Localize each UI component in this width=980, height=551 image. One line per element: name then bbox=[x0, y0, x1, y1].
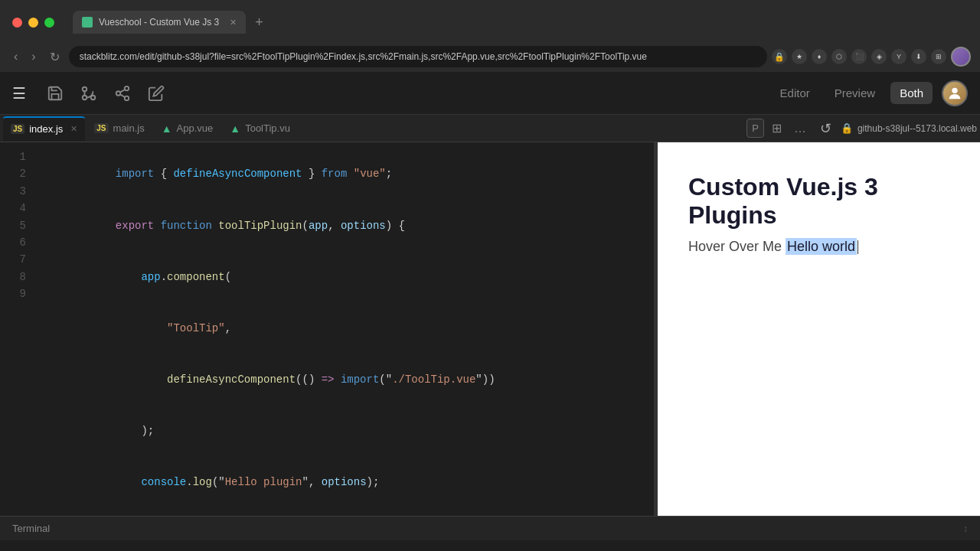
lock-icon: 🔒 bbox=[841, 122, 853, 134]
new-tab-button[interactable]: + bbox=[249, 11, 270, 34]
address-bar[interactable] bbox=[69, 46, 767, 67]
preview-pane: Custom Vue.js 3 Plugins Hover Over Me He… bbox=[658, 142, 980, 516]
share-button[interactable] bbox=[110, 81, 135, 106]
traffic-light-green[interactable] bbox=[44, 18, 54, 28]
js-icon: JS bbox=[11, 124, 24, 134]
preview-text-highlight: Hello world bbox=[786, 238, 857, 255]
user-avatar[interactable] bbox=[942, 80, 968, 106]
code-line-1: import { defineAsyncComponent } from "vu… bbox=[38, 148, 654, 200]
both-view-button[interactable]: Both bbox=[890, 82, 933, 104]
preview-reload-button[interactable]: ↺ bbox=[815, 117, 836, 140]
browser-tab-title: Vueschool - Custom Vue Js 3 bbox=[99, 17, 219, 28]
terminal-bar: Terminal ↕ bbox=[0, 516, 980, 540]
pills-button[interactable]: P bbox=[746, 119, 764, 138]
tab-close-index-js[interactable]: ✕ bbox=[70, 124, 77, 134]
preview-view-button[interactable]: Preview bbox=[825, 82, 884, 104]
preview-title: Custom Vue.js 3 Plugins bbox=[688, 173, 949, 230]
tab-main-js[interactable]: JS main.js bbox=[87, 116, 152, 141]
nav-back-button[interactable]: ‹ bbox=[9, 47, 22, 67]
svg-point-2 bbox=[83, 95, 87, 99]
preview-text-before: Hover Over Me bbox=[688, 239, 786, 254]
line-numbers: 1 2 3 4 5 6 7 8 9 bbox=[0, 142, 38, 516]
edit-button[interactable] bbox=[144, 81, 168, 106]
save-button[interactable] bbox=[43, 81, 67, 106]
tab-extras: P ⊞ … bbox=[746, 118, 811, 139]
app-shell: ☰ Editor Preview Both JS index.js ✕ bbox=[0, 72, 980, 540]
terminal-label[interactable]: Terminal bbox=[12, 523, 50, 534]
more-tabs-button[interactable]: … bbox=[789, 119, 811, 139]
tab-label-tooltip-vue: ToolTip.vu bbox=[245, 122, 290, 134]
traffic-light-yellow[interactable] bbox=[28, 18, 38, 28]
extension-icon-5: ⬛ bbox=[851, 49, 867, 64]
browser-nav: ‹ › ↻ 🔒 ★ ♦ ⬡ ⬛ ◈ Y ⬇ ⊞ bbox=[0, 41, 980, 72]
code-line-2: export function toolTipPlugin(app, optio… bbox=[38, 200, 654, 251]
view-toggle: Editor Preview Both bbox=[771, 82, 933, 104]
code-line-5: defineAsyncComponent(() => import("./Too… bbox=[38, 354, 654, 406]
preview-content: Custom Vue.js 3 Plugins Hover Over Me He… bbox=[658, 142, 980, 285]
vue-icon-2: ▲ bbox=[230, 122, 240, 135]
extension-icon-2: ★ bbox=[792, 49, 807, 64]
svg-line-7 bbox=[120, 89, 125, 92]
code-line-8: } bbox=[38, 508, 654, 516]
hamburger-menu-button[interactable]: ☰ bbox=[12, 84, 26, 103]
code-line-6: ); bbox=[38, 406, 654, 457]
svg-point-5 bbox=[125, 96, 129, 100]
browser-tab-active[interactable]: Vueschool - Custom Vue Js 3 ✕ bbox=[73, 11, 246, 34]
editor-pane: 1 2 3 4 5 6 7 8 9 import { defineAsyncCo… bbox=[0, 142, 655, 516]
nav-reload-button[interactable]: ↻ bbox=[45, 47, 64, 67]
preview-url-bar: github-s38jul--5173.local.web bbox=[858, 123, 977, 134]
browser-chrome: Vueschool - Custom Vue Js 3 ✕ + ‹ › ↻ 🔒 … bbox=[0, 0, 980, 72]
code-line-7: console.log("Hello plugin", options); bbox=[38, 457, 654, 508]
code-lines: import { defineAsyncComponent } from "vu… bbox=[38, 142, 654, 516]
tab-label-index-js: index.js bbox=[29, 123, 63, 135]
svg-point-8 bbox=[952, 87, 957, 93]
extension-icon-7: Y bbox=[891, 49, 906, 64]
svg-point-4 bbox=[116, 91, 121, 96]
svg-point-3 bbox=[125, 86, 129, 90]
preview-text: Hover Over Me Hello world bbox=[688, 239, 949, 255]
tab-app-vue[interactable]: ▲ App.vue bbox=[154, 116, 221, 141]
extension-icon-1: 🔒 bbox=[772, 49, 787, 64]
code-editor[interactable]: 1 2 3 4 5 6 7 8 9 import { defineAsyncCo… bbox=[0, 142, 654, 516]
svg-line-6 bbox=[120, 94, 125, 97]
tab-tooltip-vue[interactable]: ▲ ToolTip.vu bbox=[222, 116, 298, 141]
extension-icon-4: ⬡ bbox=[831, 49, 847, 64]
split-editor-button[interactable]: ⊞ bbox=[767, 118, 786, 139]
js-icon-2: JS bbox=[94, 123, 108, 133]
svg-point-1 bbox=[83, 86, 87, 91]
main-content: 1 2 3 4 5 6 7 8 9 import { defineAsyncCo… bbox=[0, 142, 980, 516]
traffic-light-red[interactable] bbox=[12, 18, 22, 28]
sidebar-toggle-icon: ⊞ bbox=[931, 49, 946, 64]
tab-label-app-vue: App.vue bbox=[177, 122, 214, 134]
tab-label-main-js: main.js bbox=[113, 122, 145, 134]
fork-button[interactable] bbox=[77, 81, 101, 106]
file-tabs-bar: JS index.js ✕ JS main.js ▲ App.vue ▲ Too… bbox=[0, 115, 980, 142]
vue-icon-1: ▲ bbox=[162, 122, 172, 135]
code-line-3: app.component( bbox=[38, 251, 654, 302]
code-line-4: "ToolTip", bbox=[38, 303, 654, 354]
vueschool-favicon bbox=[82, 17, 93, 28]
browser-tab-close[interactable]: ✕ bbox=[230, 18, 237, 28]
tab-index-js[interactable]: JS index.js ✕ bbox=[3, 116, 85, 141]
text-cursor bbox=[858, 240, 858, 254]
terminal-scroll-indicator: ↕ bbox=[963, 523, 968, 534]
extension-icon-6: ◈ bbox=[871, 49, 887, 64]
extension-icon-3: ♦ bbox=[812, 49, 827, 64]
download-icon: ⬇ bbox=[911, 49, 926, 64]
app-header: ☰ Editor Preview Both bbox=[0, 72, 980, 115]
nav-forward-button[interactable]: › bbox=[27, 47, 40, 67]
editor-view-button[interactable]: Editor bbox=[771, 82, 819, 104]
browser-profile-avatar[interactable] bbox=[951, 47, 971, 67]
